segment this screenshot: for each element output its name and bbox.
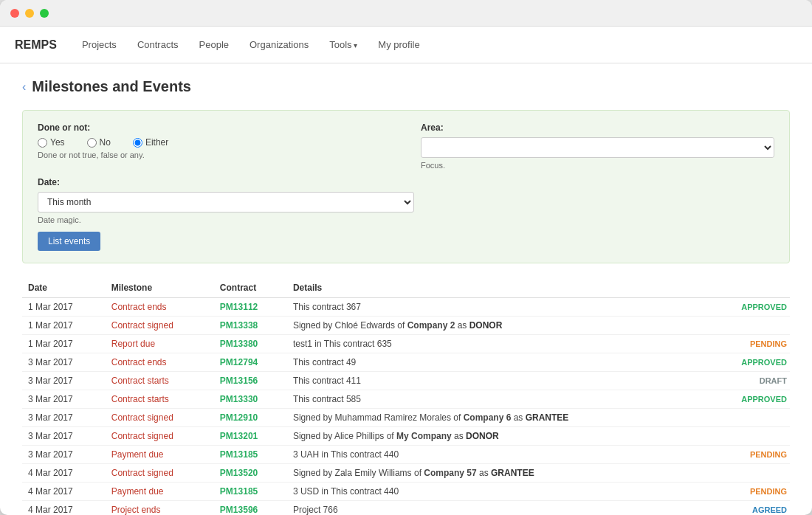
- cell-milestone[interactable]: Payment due: [106, 446, 214, 464]
- table-row: 4 Mar 2017Payment duePM131853 USD in Thi…: [22, 483, 790, 501]
- cell-details: Signed by Alice Phillips of My Company a…: [287, 427, 710, 446]
- cell-date: 1 Mar 2017: [22, 335, 106, 353]
- cell-date: 1 Mar 2017: [22, 298, 106, 317]
- date-filter-section: Date: This month Last month This year Da…: [38, 177, 774, 224]
- cell-status: APPROVED: [710, 298, 790, 317]
- date-label: Date:: [38, 177, 774, 187]
- cell-milestone[interactable]: Contract ends: [106, 353, 214, 372]
- table-row: 3 Mar 2017Contract endsPM12794This contr…: [22, 353, 790, 372]
- nav-contracts[interactable]: Contracts: [127, 27, 189, 62]
- cell-date: 4 Mar 2017: [22, 501, 106, 516]
- cell-details: Signed by Zala Emily Williams of Company…: [287, 464, 710, 483]
- cell-contract[interactable]: PM12910: [214, 409, 287, 427]
- cell-details: This contract 585: [287, 390, 710, 409]
- cell-date: 4 Mar 2017: [22, 464, 106, 483]
- radio-yes-input[interactable]: [38, 138, 47, 148]
- close-button[interactable]: [10, 9, 19, 18]
- col-details: Details: [287, 278, 710, 298]
- cell-status: PENDING: [710, 483, 790, 501]
- cell-contract[interactable]: PM13330: [214, 390, 287, 409]
- table-row: 3 Mar 2017Contract startsPM13156This con…: [22, 372, 790, 390]
- nav-organizations[interactable]: Organizations: [239, 27, 319, 62]
- cell-milestone[interactable]: Payment due: [106, 483, 214, 501]
- cell-status: APPROVED: [710, 390, 790, 409]
- area-label: Area:: [421, 122, 774, 133]
- table-row: 1 Mar 2017Report duePM13380test1 in This…: [22, 335, 790, 353]
- cell-details: Signed by Muhammad Ramirez Morales of Co…: [287, 409, 710, 427]
- cell-contract[interactable]: PM12794: [214, 353, 287, 372]
- cell-contract[interactable]: PM13201: [214, 427, 287, 446]
- nav-projects[interactable]: Projects: [72, 27, 127, 62]
- col-contract: Contract: [214, 278, 287, 298]
- area-hint: Focus.: [421, 161, 774, 170]
- cell-date: 3 Mar 2017: [22, 446, 106, 464]
- cell-contract[interactable]: PM13380: [214, 335, 287, 353]
- done-filter-section: Done or not: Yes No Either: [38, 122, 391, 170]
- cell-status: APPROVED: [710, 353, 790, 372]
- filter-top-row: Done or not: Yes No Either: [38, 122, 774, 170]
- cell-milestone[interactable]: Contract signed: [106, 427, 214, 446]
- nav-people[interactable]: People: [189, 27, 239, 62]
- cell-contract[interactable]: PM13156: [214, 372, 287, 390]
- list-events-button[interactable]: List events: [38, 232, 100, 251]
- cell-date: 4 Mar 2017: [22, 483, 106, 501]
- radio-yes[interactable]: Yes: [38, 137, 65, 148]
- cell-milestone[interactable]: Contract starts: [106, 372, 214, 390]
- cell-status: PENDING: [710, 335, 790, 353]
- page-header: ‹ Milestones and Events: [22, 78, 790, 95]
- table-row: 3 Mar 2017Contract signedPM13201Signed b…: [22, 427, 790, 446]
- table-row: 3 Mar 2017Contract startsPM13330This con…: [22, 390, 790, 409]
- date-select[interactable]: This month Last month This year: [38, 192, 414, 212]
- cell-date: 3 Mar 2017: [22, 390, 106, 409]
- table-row: 1 Mar 2017Contract endsPM13112This contr…: [22, 298, 790, 317]
- cell-contract[interactable]: PM13185: [214, 483, 287, 501]
- area-select[interactable]: [421, 137, 774, 158]
- radio-either[interactable]: Either: [133, 137, 168, 148]
- back-button[interactable]: ‹: [22, 80, 26, 94]
- cell-status: [710, 409, 790, 427]
- page-title: Milestones and Events: [32, 78, 191, 95]
- done-radio-group: Yes No Either: [38, 137, 391, 148]
- table-body: 1 Mar 2017Contract endsPM13112This contr…: [22, 298, 790, 516]
- maximize-button[interactable]: [40, 9, 49, 18]
- radio-no-input[interactable]: [87, 138, 97, 148]
- cell-contract[interactable]: PM13112: [214, 298, 287, 317]
- main-content: ‹ Milestones and Events Done or not: Yes: [0, 63, 812, 515]
- cell-milestone[interactable]: Contract signed: [106, 409, 214, 427]
- table-row: 3 Mar 2017Contract signedPM12910Signed b…: [22, 409, 790, 427]
- area-filter-section: Area: Focus.: [421, 122, 774, 170]
- nav-my-profile[interactable]: My profile: [368, 27, 430, 62]
- cell-status: AGREED: [710, 501, 790, 516]
- table-header: Date Milestone Contract Details: [22, 278, 790, 298]
- cell-details: This contract 411: [287, 372, 710, 390]
- cell-date: 3 Mar 2017: [22, 427, 106, 446]
- cell-date: 3 Mar 2017: [22, 409, 106, 427]
- app-window: REMPS Projects Contracts People Organiza…: [0, 0, 812, 515]
- cell-milestone[interactable]: Contract signed: [106, 464, 214, 483]
- date-hint: Date magic.: [38, 215, 774, 224]
- col-date: Date: [22, 278, 106, 298]
- cell-date: 3 Mar 2017: [22, 353, 106, 372]
- cell-contract[interactable]: PM13520: [214, 464, 287, 483]
- cell-milestone[interactable]: Contract starts: [106, 390, 214, 409]
- radio-no[interactable]: No: [87, 137, 111, 148]
- nav-tools[interactable]: Tools: [319, 27, 368, 62]
- minimize-button[interactable]: [25, 9, 34, 18]
- cell-date: 1 Mar 2017: [22, 317, 106, 335]
- cell-contract[interactable]: PM13338: [214, 317, 287, 335]
- app-brand: REMPS: [15, 38, 57, 52]
- cell-date: 3 Mar 2017: [22, 372, 106, 390]
- cell-contract[interactable]: PM13185: [214, 446, 287, 464]
- table-row: 4 Mar 2017Contract signedPM13520Signed b…: [22, 464, 790, 483]
- cell-milestone[interactable]: Report due: [106, 335, 214, 353]
- radio-either-input[interactable]: [133, 138, 142, 148]
- table-row: 4 Mar 2017Project endsPM13596Project 766…: [22, 501, 790, 516]
- cell-milestone[interactable]: Contract signed: [106, 317, 214, 335]
- cell-status: [710, 317, 790, 335]
- cell-details: This contract 367: [287, 298, 710, 317]
- cell-status: PENDING: [710, 446, 790, 464]
- cell-contract[interactable]: PM13596: [214, 501, 287, 516]
- cell-milestone[interactable]: Contract ends: [106, 298, 214, 317]
- cell-milestone[interactable]: Project ends: [106, 501, 214, 516]
- table-row: 1 Mar 2017Contract signedPM13338Signed b…: [22, 317, 790, 335]
